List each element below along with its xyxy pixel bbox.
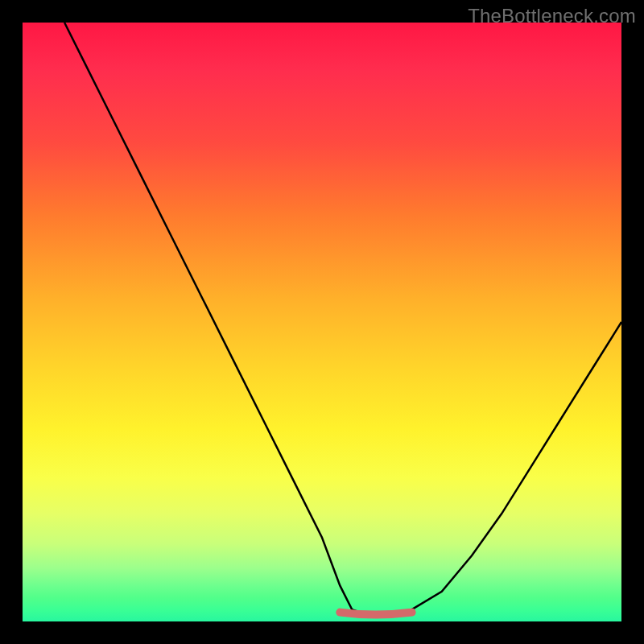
optimal-range-highlight <box>340 613 411 615</box>
bottleneck-curve <box>64 23 621 616</box>
chart-canvas: TheBottleneck.com <box>0 0 644 644</box>
plot-area <box>23 23 621 621</box>
curve-overlay <box>23 23 621 621</box>
